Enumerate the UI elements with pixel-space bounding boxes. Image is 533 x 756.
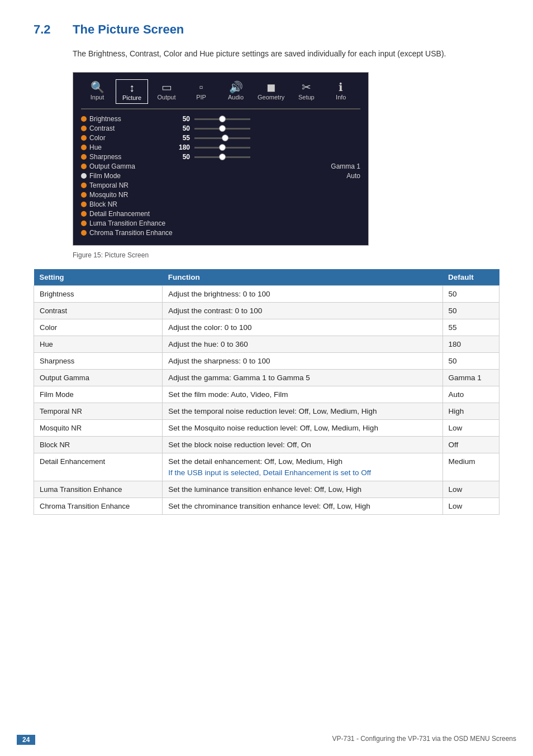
osd-tab-audio-label: Audio: [228, 94, 244, 101]
osd-row-output-gamma: Output Gamma Gamma 1: [81, 162, 360, 170]
osd-row-hue: Hue 180: [81, 143, 360, 151]
table-row: HueAdjust the hue: 0 to 360180: [34, 336, 499, 353]
osd-tab-geometry: ◼ Geometry: [254, 79, 288, 104]
cell-default: Gamma 1: [442, 370, 499, 386]
table-row: SharpnessAdjust the sharpness: 0 to 1005…: [34, 353, 499, 370]
cell-default: Low: [442, 481, 499, 498]
cell-function: Adjust the gamma: Gamma 1 to Gamma 5: [163, 370, 442, 386]
osd-body: Brightness 50 Contrast 50 Color 55 Hue 1…: [81, 115, 360, 237]
cell-default: Off: [442, 437, 499, 453]
osd-row-temporal-nr: Temporal NR: [81, 181, 360, 189]
geometry-icon: ◼: [266, 82, 276, 93]
cell-function: Set the detail enhancement: Off, Low, Me…: [163, 453, 442, 481]
picture-icon: ↕: [129, 82, 135, 93]
cell-default: 180: [442, 336, 499, 353]
osd-row-luma-transition: Luma Transition Enhance: [81, 219, 360, 227]
footer-text: VP-731 - Configuring the VP-731 via the …: [332, 735, 516, 745]
table-row: Mosquito NRSet the Mosquito noise reduct…: [34, 420, 499, 437]
cell-function: Set the Mosquito noise reduction level: …: [163, 420, 442, 437]
cell-function: Set the temporal noise reduction level: …: [163, 403, 442, 420]
cell-function: Adjust the sharpness: 0 to 100: [163, 353, 442, 370]
osd-tabs: 🔍 Input ↕ Picture ▭ Output ▫ PIP 🔊 Audio…: [81, 79, 360, 109]
osd-tab-info: ℹ Info: [325, 79, 357, 104]
footer: 24 VP-731 - Configuring the VP-731 via t…: [0, 735, 533, 745]
osd-tab-geometry-label: Geometry: [258, 94, 284, 101]
osd-tab-output: ▭ Output: [150, 79, 183, 104]
osd-tab-info-label: Info: [336, 94, 346, 101]
figure-caption: Figure 15: Picture Screen: [73, 251, 499, 259]
col-header-setting: Setting: [34, 269, 163, 286]
cell-setting: Output Gamma: [34, 370, 163, 386]
osd-row-chroma-transition: Chroma Transition Enhance: [81, 229, 360, 237]
osd-tab-setup-label: Setup: [298, 94, 315, 101]
table-row: ContrastAdjust the contrast: 0 to 10050: [34, 303, 499, 319]
cell-setting: Luma Transition Enhance: [34, 481, 163, 498]
table-row: Temporal NRSet the temporal noise reduct…: [34, 403, 499, 420]
table-row: BrightnessAdjust the brightness: 0 to 10…: [34, 286, 499, 303]
cell-setting: Detail Enhancement: [34, 453, 163, 481]
cell-setting: Sharpness: [34, 353, 163, 370]
pip-icon: ▫: [199, 82, 203, 93]
cell-function: Adjust the hue: 0 to 360: [163, 336, 442, 353]
table-row: ColorAdjust the color: 0 to 10055: [34, 319, 499, 336]
osd-row-mosquito-nr: Mosquito NR: [81, 191, 360, 199]
osd-tab-setup: ✂ Setup: [290, 79, 322, 104]
cell-default: Low: [442, 498, 499, 515]
setup-icon: ✂: [302, 82, 311, 93]
osd-row-brightness: Brightness 50: [81, 115, 360, 123]
cell-function: Set the film mode: Auto, Video, Film: [163, 386, 442, 403]
col-header-function: Function: [163, 269, 442, 286]
osd-tab-pip: ▫ PIP: [185, 79, 217, 104]
osd-tab-pip-label: PIP: [196, 94, 206, 101]
cell-function: Adjust the color: 0 to 100: [163, 319, 442, 336]
table-row: Chroma Transition EnhanceSet the chromin…: [34, 498, 499, 515]
cell-setting: Temporal NR: [34, 403, 163, 420]
table-row: Film ModeSet the film mode: Auto, Video,…: [34, 386, 499, 403]
cell-default: Auto: [442, 386, 499, 403]
section-number: 7.2: [34, 22, 61, 37]
osd-row-detail-enhancement: Detail Enhancement: [81, 210, 360, 218]
osd-row-contrast: Contrast 50: [81, 125, 360, 132]
cell-setting: Hue: [34, 336, 163, 353]
page-number: 24: [17, 735, 35, 745]
table-row: Luma Transition EnhanceSet the luminance…: [34, 481, 499, 498]
cell-setting: Contrast: [34, 303, 163, 319]
intro-paragraph: The Brightness, Contrast, Color and Hue …: [73, 48, 499, 60]
cell-function: Set the chrominance transition enhance l…: [163, 498, 442, 515]
input-icon: 🔍: [91, 82, 104, 93]
osd-tab-picture-label: Picture: [122, 94, 141, 101]
cell-default: High: [442, 403, 499, 420]
info-icon: ℹ: [339, 82, 343, 93]
cell-function: Adjust the brightness: 0 to 100: [163, 286, 442, 303]
table-row: Detail EnhancementSet the detail enhance…: [34, 453, 499, 481]
cell-default: 50: [442, 353, 499, 370]
osd-tab-input-label: Input: [91, 94, 104, 101]
cell-setting: Brightness: [34, 286, 163, 303]
cell-default: 50: [442, 286, 499, 303]
col-header-default: Default: [442, 269, 499, 286]
output-icon: ▭: [161, 82, 172, 93]
cell-function: Set the luminance transition enhance lev…: [163, 481, 442, 498]
osd-tab-audio: 🔊 Audio: [220, 79, 252, 104]
osd-tab-output-label: Output: [157, 94, 175, 101]
osd-row-sharpness: Sharpness 50: [81, 153, 360, 161]
table-row: Block NRSet the block noise reduction le…: [34, 437, 499, 453]
cell-setting: Film Mode: [34, 386, 163, 403]
settings-table: Setting Function Default BrightnessAdjus…: [34, 269, 499, 515]
cell-function: Adjust the contrast: 0 to 100: [163, 303, 442, 319]
cell-default: Medium: [442, 453, 499, 481]
cell-function: Set the block noise reduction level: Off…: [163, 437, 442, 453]
osd-tab-picture: ↕ Picture: [116, 79, 148, 104]
cell-default: 50: [442, 303, 499, 319]
cell-default: 55: [442, 319, 499, 336]
table-row: Output GammaAdjust the gamma: Gamma 1 to…: [34, 370, 499, 386]
osd-tab-input: 🔍 Input: [81, 79, 113, 104]
osd-row-color: Color 55: [81, 134, 360, 142]
osd-row-block-nr: Block NR: [81, 200, 360, 208]
cell-setting: Color: [34, 319, 163, 336]
osd-menu-image: 🔍 Input ↕ Picture ▭ Output ▫ PIP 🔊 Audio…: [73, 72, 369, 246]
audio-icon: 🔊: [229, 82, 243, 93]
section-header: 7.2 The Picture Screen: [34, 22, 499, 37]
cell-default: Low: [442, 420, 499, 437]
osd-row-film-mode: Film Mode Auto: [81, 172, 360, 180]
